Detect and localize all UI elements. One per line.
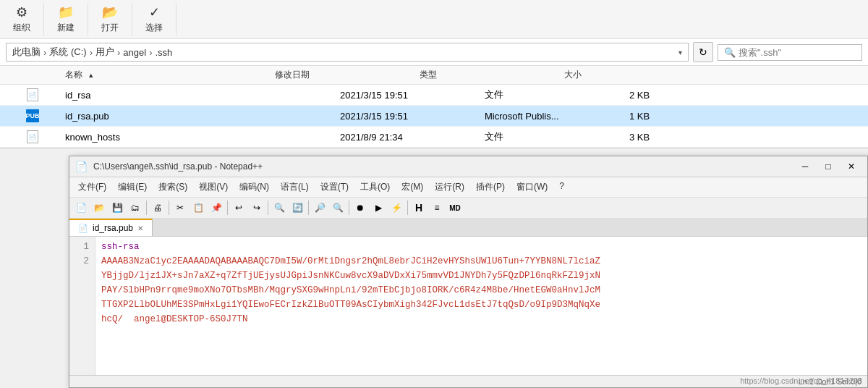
- watermark: https://blog.csdn.net/qq_41813208: [740, 376, 862, 385]
- close-button[interactable]: ✕: [841, 159, 861, 174]
- select-button[interactable]: ✓ 选择: [132, 3, 176, 35]
- menu-item[interactable]: 运行(R): [429, 179, 470, 195]
- line-numbers: 12: [69, 237, 95, 375]
- notepad-tabs: 📄 id_rsa.pub ✕: [69, 219, 867, 237]
- file-icon: 📄: [27, 88, 38, 101]
- markdown-btn[interactable]: MD: [446, 199, 464, 216]
- toolbar-separator-4: [268, 201, 268, 215]
- select-icon: ✓: [149, 4, 160, 20]
- menu-item[interactable]: 设置(T): [315, 179, 354, 195]
- menu-item[interactable]: 文件(F): [72, 179, 112, 195]
- toolbar-separator-3: [227, 201, 228, 215]
- organize-icon: ⚙: [16, 4, 27, 20]
- notepad-app-icon: 📄: [75, 161, 88, 172]
- extra-btn[interactable]: ≡: [428, 199, 446, 216]
- code-area[interactable]: ssh-rsaAAAAB3NzaC1yc2EAAAADAQABAAABAQC7D…: [95, 237, 867, 375]
- notepad-title: C:\Users\angel\.ssh\id_rsa.pub - Notepad…: [93, 161, 789, 172]
- header-name[interactable]: 名称 ▲: [0, 69, 275, 81]
- file-icon-col: PUB: [0, 109, 65, 122]
- redo-button[interactable]: ↪: [248, 199, 265, 216]
- maximize-button[interactable]: □: [818, 159, 838, 174]
- menu-item[interactable]: 插件(P): [470, 179, 511, 195]
- table-row[interactable]: PUB id_rsa.pub 2021/3/15 19:51 Microsoft…: [0, 106, 868, 127]
- new-file-button[interactable]: 📄: [72, 199, 90, 216]
- file-type: 文件: [485, 88, 629, 101]
- path-drive: 系统 (C:): [49, 46, 86, 59]
- chevron-down-icon: ▾: [678, 48, 682, 56]
- open-icon: 📂: [102, 4, 118, 20]
- file-type: 文件: [485, 130, 629, 143]
- file-date: 2021/8/9 21:34: [340, 132, 485, 143]
- search-input[interactable]: [739, 47, 854, 58]
- header-type[interactable]: 类型: [420, 69, 564, 81]
- pub-icon: PUB: [26, 109, 39, 122]
- table-row[interactable]: 📄 known_hosts 2021/8/9 21:34 文件 3 KB: [0, 127, 868, 148]
- open-file-button[interactable]: 📂: [90, 199, 108, 216]
- menu-item[interactable]: 语言(L): [275, 179, 315, 195]
- search-box: 🔍: [718, 44, 862, 61]
- tab-label: id_rsa.pub: [93, 223, 133, 233]
- run-macro-button[interactable]: ▶: [370, 199, 387, 216]
- organize-button[interactable]: ⚙ 组织: [0, 3, 44, 35]
- open-button[interactable]: 📂 打开: [88, 3, 132, 35]
- zoom-in-button[interactable]: 🔎: [311, 199, 328, 216]
- code-line: ssh-rsa: [101, 240, 861, 254]
- cut-button[interactable]: ✂: [171, 199, 189, 216]
- line-number: 2: [75, 254, 89, 269]
- menu-item[interactable]: 宏(M): [396, 179, 429, 195]
- undo-button[interactable]: ↩: [230, 199, 247, 216]
- paste-button[interactable]: 📌: [208, 199, 225, 216]
- settings-btn[interactable]: H: [410, 199, 427, 216]
- notepad-toolbar: 📄 📂 💾 🗂 🖨 ✂ 📋 📌 ↩ ↪ 🔍 🔄 🔎 🔍 ⏺ ▶ ⚡ H ≡ MD: [69, 198, 867, 219]
- header-size[interactable]: 大小: [564, 69, 651, 81]
- file-list-header: 名称 ▲ 修改日期 类型 大小: [0, 66, 868, 85]
- address-bar: 此电脑 › 系统 (C:) › 用户 › angel › .ssh ▾ ↻ 🔍: [0, 39, 868, 66]
- file-name: known_hosts: [65, 132, 340, 143]
- header-date[interactable]: 修改日期: [275, 69, 420, 81]
- toolbar-separator-2: [169, 201, 169, 215]
- menu-item[interactable]: 工具(O): [354, 179, 396, 195]
- tab-id-rsa-pub[interactable]: 📄 id_rsa.pub ✕: [69, 219, 153, 236]
- menu-item[interactable]: 窗口(W): [511, 179, 553, 195]
- macro-button[interactable]: ⏺: [352, 199, 369, 216]
- new-icon: 📁: [58, 4, 74, 20]
- path-users: 用户: [95, 46, 114, 59]
- replace-button[interactable]: 🔄: [289, 199, 306, 216]
- copy-button[interactable]: 📋: [190, 199, 207, 216]
- menu-item[interactable]: 视图(V): [193, 179, 234, 195]
- menu-item[interactable]: 搜索(S): [153, 179, 193, 195]
- menu-item[interactable]: ?: [553, 179, 570, 195]
- file-size: 1 KB: [629, 111, 716, 122]
- table-row[interactable]: 📄 id_rsa 2021/3/15 19:51 文件 2 KB: [0, 85, 868, 106]
- toolbar-separator-6: [349, 201, 349, 215]
- minimize-button[interactable]: ─: [795, 159, 815, 174]
- search-icon: 🔍: [724, 47, 736, 58]
- new-label: 新建: [57, 22, 75, 34]
- code-line: AAAAB3NzaC1yc2EAAAADAQABAAABAQC7DmI5W/0r…: [101, 254, 861, 269]
- file-type: Microsoft Publis...: [485, 111, 629, 122]
- notepad-titlebar: 📄 C:\Users\angel\.ssh\id_rsa.pub - Notep…: [69, 156, 867, 177]
- print-button[interactable]: 🖨: [149, 199, 166, 216]
- address-path[interactable]: 此电脑 › 系统 (C:) › 用户 › angel › .ssh ▾: [6, 43, 689, 62]
- save-button[interactable]: 💾: [109, 199, 126, 216]
- toolbar-separator-7: [407, 201, 408, 215]
- file-size: 3 KB: [629, 132, 716, 143]
- file-date: 2021/3/15 19:51: [340, 111, 485, 122]
- notepad-menubar: 文件(F)编辑(E)搜索(S)视图(V)编码(N)语言(L)设置(T)工具(O)…: [69, 177, 867, 198]
- menu-item[interactable]: 编辑(E): [112, 179, 153, 195]
- explorer-toolbar: ⚙ 组织 📁 新建 📂 打开 ✓ 选择: [0, 0, 868, 39]
- sync-button[interactable]: ⚡: [388, 199, 405, 216]
- notepad-window: 📄 C:\Users\angel\.ssh\id_rsa.pub - Notep…: [69, 156, 868, 388]
- refresh-button[interactable]: ↻: [693, 42, 713, 62]
- organize-label: 组织: [13, 22, 30, 34]
- tab-close-icon[interactable]: ✕: [137, 224, 143, 232]
- new-button[interactable]: 📁 新建: [44, 3, 88, 35]
- find-button[interactable]: 🔍: [271, 199, 288, 216]
- code-line: hcQ/ angel@DESKTOP-6S0J7TN: [101, 312, 861, 326]
- save-all-button[interactable]: 🗂: [127, 199, 144, 216]
- zoom-out-button[interactable]: 🔍: [329, 199, 346, 216]
- menu-item[interactable]: 编码(N): [234, 179, 275, 195]
- file-name: id_rsa.pub: [65, 111, 340, 122]
- notepad-editor: 12 ssh-rsaAAAAB3NzaC1yc2EAAAADAQABAAABAQ…: [69, 237, 867, 375]
- tab-icon: 📄: [78, 224, 88, 233]
